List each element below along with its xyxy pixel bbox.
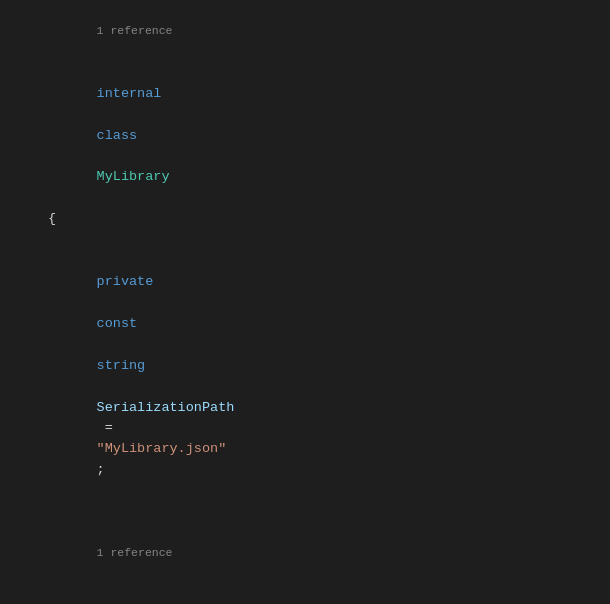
line-serialization-path: private const string SerializationPath =… [0,230,610,502]
line-ref-1: 1 reference [0,0,610,63]
line-blank-1 [0,502,610,522]
class-name: MyLibrary [97,169,170,184]
ref-hint-2: 1 reference [97,546,173,559]
code-editor: 1 reference internal class MyLibrary { p… [0,0,610,604]
kw-class: class [97,128,138,143]
line-run-method: public void Run () [0,585,610,604]
line-ref-2: 1 reference [0,522,610,585]
var-serialization-path: SerializationPath [97,400,235,415]
line-class-decl: internal class MyLibrary [0,63,610,209]
ref-hint-1: 1 reference [97,24,173,37]
line-open-brace-1: { [0,209,610,230]
kw-internal: internal [97,86,162,101]
